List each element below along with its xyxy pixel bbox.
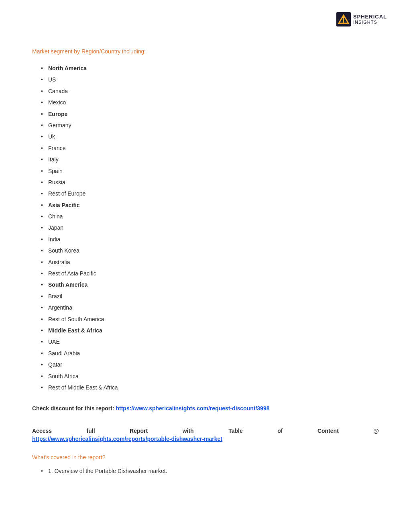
logo-area: SPHERICAL INSIGHTS xyxy=(336,12,387,26)
region-list-item: Argentina xyxy=(48,302,379,313)
check-discount-section: Check discount for this report: https://… xyxy=(32,405,379,412)
region-list-item: South Korea xyxy=(48,245,379,256)
region-list-item: India xyxy=(48,234,379,245)
access-line: AccessfullReportwithTableofContent@ xyxy=(32,428,379,434)
region-list-item: Australia xyxy=(48,257,379,268)
access-word: Report xyxy=(130,428,148,434)
region-list-item: Spain xyxy=(48,165,379,177)
region-list-item: Qatar xyxy=(48,359,379,370)
region-list-item: France xyxy=(48,143,379,154)
access-word: Access xyxy=(32,428,52,434)
region-list-item: North America xyxy=(48,63,379,74)
access-word: of xyxy=(277,428,283,434)
logo-insights: INSIGHTS xyxy=(353,20,387,24)
check-discount-link[interactable]: https://www.sphericalinsights.com/reques… xyxy=(116,405,269,412)
overview-list: 1. Overview of the Portable Dishwasher m… xyxy=(32,465,379,477)
access-word: @ xyxy=(373,428,379,434)
region-list-item: Uk xyxy=(48,131,379,142)
region-list-item: Rest of Europe xyxy=(48,188,379,199)
region-list-item: China xyxy=(48,211,379,222)
region-list-item: South Africa xyxy=(48,371,379,382)
access-full-section: AccessfullReportwithTableofContent@ http… xyxy=(32,428,379,442)
overview-list-item: 1. Overview of the Portable Dishwasher m… xyxy=(48,465,379,477)
region-list-item: Europe xyxy=(48,108,379,120)
access-word: with xyxy=(183,428,194,434)
region-list-item: Germany xyxy=(48,120,379,131)
access-word: full xyxy=(87,428,95,434)
region-list-item: South America xyxy=(48,279,379,290)
logo-text: SPHERICAL INSIGHTS xyxy=(353,14,387,24)
logo-icon xyxy=(336,12,351,26)
logo-spherical: SPHERICAL xyxy=(353,14,387,20)
intro-text: Market segment by Region/Country includi… xyxy=(32,48,379,55)
region-list-item: Brazil xyxy=(48,291,379,302)
region-list: North AmericaUSCanadaMexicoEuropeGermany… xyxy=(32,63,379,393)
region-list-item: Canada xyxy=(48,86,379,97)
region-list-item: Japan xyxy=(48,222,379,233)
region-list-item: Asia Pacific xyxy=(48,200,379,211)
page-container: SPHERICAL INSIGHTS Market segment by Reg… xyxy=(0,0,411,505)
region-list-item: Rest of Asia Pacific xyxy=(48,268,379,279)
region-list-item: Saudi Arabia xyxy=(48,348,379,359)
access-word: Table xyxy=(228,428,243,434)
region-list-item: Russia xyxy=(48,177,379,188)
region-list-item: UAE xyxy=(48,336,379,347)
check-discount-label: Check discount for this report: xyxy=(32,405,114,412)
region-list-item: US xyxy=(48,74,379,85)
access-word: Content xyxy=(317,428,339,434)
region-list-item: Italy xyxy=(48,154,379,165)
region-list-item: Middle East & Africa xyxy=(48,325,379,336)
access-full-link[interactable]: https://www.sphericalinsights.com/report… xyxy=(32,436,222,442)
whats-covered-heading: What's covered in the report? xyxy=(32,454,379,461)
region-list-item: Rest of South America xyxy=(48,314,379,325)
region-list-item: Mexico xyxy=(48,97,379,108)
region-list-item: Rest of Middle East & Africa xyxy=(48,382,379,393)
